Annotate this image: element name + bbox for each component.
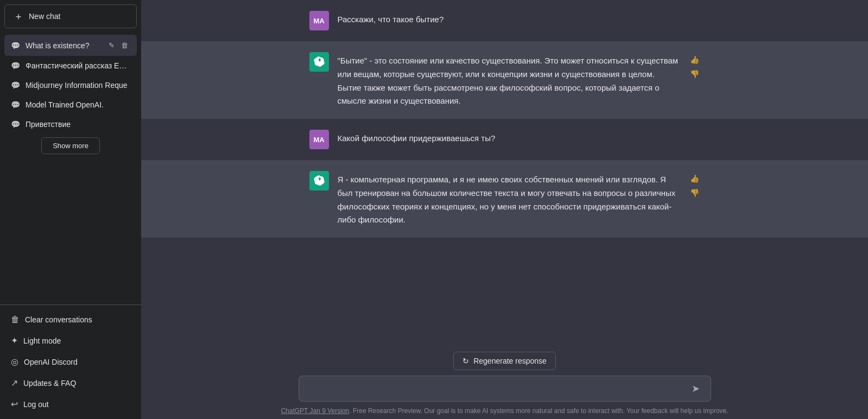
chat-bubble-icon: 💬 [11, 100, 20, 109]
footer-link[interactable]: ChatGPT Jan 9 Version [281, 407, 349, 415]
chat-bubble-icon: 💬 [11, 41, 20, 50]
message-row-user-2: MA Какой философии придерживаешься ты? [141, 119, 868, 160]
footer-text: ChatGPT Jan 9 Version. Free Research Pre… [281, 407, 728, 415]
message-row-ai-1: "Бытие" - это состояние или качество сущ… [141, 41, 868, 119]
message-content-ai-2: Я - компьютерная программа, и я не имею … [338, 171, 680, 227]
regenerate-button[interactable]: ↻ Regenerate response [453, 352, 556, 370]
clear-label: Clear conversations [25, 315, 92, 324]
chat-item-fantastic-raccoon[interactable]: 💬 Фантастический рассказ Енот [4, 56, 137, 75]
message-feedback-1: 👍 👎 [689, 52, 700, 79]
chat-item-label: What is existence? [26, 41, 101, 50]
chat-input[interactable] [307, 383, 688, 395]
logout-label: Log out [23, 400, 49, 409]
user-avatar: MA [309, 130, 329, 149]
message-content-user-2: Какой философии придерживаешься ты? [338, 130, 700, 145]
logout-icon: ↩ [11, 399, 18, 409]
plus-icon: ＋ [14, 11, 23, 21]
chat-bubble-icon: 💬 [11, 81, 20, 90]
sidebar-bottom: 🗑 Clear conversations ✦ Light mode ◎ Ope… [0, 304, 141, 419]
regenerate-icon: ↻ [462, 357, 469, 365]
bottom-area: ↻ Regenerate response ➤ ChatGPT Jan 9 Ve… [141, 345, 868, 419]
new-chat-button[interactable]: ＋ New chat [4, 4, 137, 28]
chat-list: 💬 What is existence? ✎ 🗑 💬 Фантастически… [0, 33, 141, 304]
chat-item-label: Midjourney Information Reque [26, 81, 130, 90]
discord-button[interactable]: ◎ OpenAI Discord [4, 351, 137, 372]
message-content-ai-1: "Бытие" - это состояние или качество сущ… [338, 52, 680, 108]
ai-avatar [309, 52, 329, 72]
footer-description: . Free Research Preview. Our goal is to … [349, 407, 728, 415]
chat-item-greeting[interactable]: 💬 Приветствие [4, 115, 137, 134]
edit-chat-button[interactable]: ✎ [106, 40, 117, 50]
new-chat-label: New chat [29, 12, 60, 21]
user-avatar: MA [309, 11, 329, 30]
trash-icon: 🗑 [11, 315, 20, 325]
chat-item-model-trained[interactable]: 💬 Model Trained OpenAI. [4, 95, 137, 115]
delete-chat-button[interactable]: 🗑 [119, 40, 130, 50]
message-row-ai-2: Я - компьютерная программа, и я не имею … [141, 160, 868, 238]
chat-item-midjourney[interactable]: 💬 Midjourney Information Reque [4, 75, 137, 95]
chat-item-what-is-existence[interactable]: 💬 What is existence? ✎ 🗑 [4, 35, 137, 56]
messages-list: MA Расскажи, что такое бытие? "Бытие" - … [141, 0, 868, 345]
light-mode-label: Light mode [23, 337, 61, 345]
message-content-user-1: Расскажи, что такое бытие? [338, 11, 700, 27]
thumbs-down-button[interactable]: 👎 [689, 68, 700, 79]
chat-input-row: ➤ [299, 376, 711, 402]
sun-icon: ✦ [11, 335, 18, 346]
show-more-container: Show more [9, 137, 132, 154]
updates-label: Updates & FAQ [23, 379, 76, 388]
thumbs-down-button[interactable]: 👎 [689, 187, 700, 198]
discord-label: OpenAI Discord [24, 358, 78, 366]
message-row-user-1: MA Расскажи, что такое бытие? [141, 0, 868, 41]
chat-item-label: Model Trained OpenAI. [26, 100, 130, 109]
thumbs-up-button[interactable]: 👍 [689, 173, 700, 184]
chat-main: MA Расскажи, что такое бытие? "Бытие" - … [141, 0, 868, 419]
show-more-button[interactable]: Show more [41, 137, 100, 154]
sidebar: ＋ New chat 💬 What is existence? ✎ 🗑 💬 Фа… [0, 0, 141, 419]
external-link-icon: ↗ [11, 378, 18, 388]
chat-item-label: Фантастический рассказ Енот [26, 61, 130, 70]
chat-item-label: Приветствие [26, 120, 130, 129]
chat-item-actions: ✎ 🗑 [106, 40, 130, 50]
light-mode-button[interactable]: ✦ Light mode [4, 330, 137, 351]
ai-avatar [309, 171, 329, 191]
chat-bubble-icon: 💬 [11, 120, 20, 129]
logout-button[interactable]: ↩ Log out [4, 393, 137, 415]
message-feedback-2: 👍 👎 [689, 171, 700, 198]
send-button[interactable]: ➤ [688, 382, 703, 396]
discord-icon: ◎ [11, 357, 18, 367]
chat-bubble-icon: 💬 [11, 61, 20, 70]
regenerate-label: Regenerate response [473, 357, 547, 365]
thumbs-up-button[interactable]: 👍 [689, 54, 700, 65]
updates-faq-button[interactable]: ↗ Updates & FAQ [4, 372, 137, 393]
clear-conversations-button[interactable]: 🗑 Clear conversations [4, 309, 137, 330]
